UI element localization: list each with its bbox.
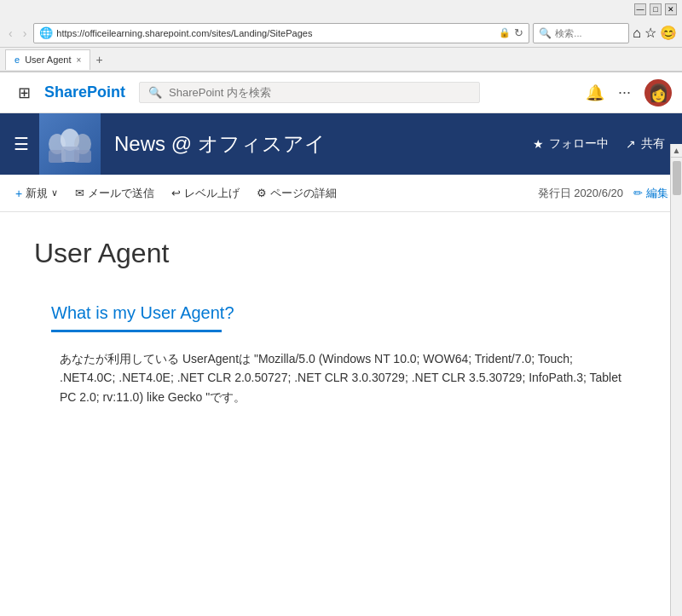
new-chevron-icon: ∨ <box>51 187 58 199</box>
minimize-button[interactable]: — <box>634 3 646 15</box>
webpart-title-underline <box>51 330 222 332</box>
person-icon[interactable]: 😊 <box>660 25 677 41</box>
page-title: User Agent <box>34 238 648 269</box>
browser-search-input[interactable] <box>555 28 623 38</box>
mail-button[interactable]: ✉ メールで送信 <box>73 182 156 204</box>
page-details-button[interactable]: ⚙ ページの詳細 <box>255 182 338 204</box>
waffle-icon[interactable]: ⊞ <box>10 79 38 107</box>
scroll-up-button[interactable]: ▲ <box>671 144 683 158</box>
mail-label: メールで送信 <box>88 186 154 201</box>
site-favicon: 🌐 <box>39 26 53 39</box>
svg-rect-5 <box>74 150 91 163</box>
site-header-actions: ★ フォロー中 ↗ 共有 <box>533 136 665 152</box>
publish-date: 発行日 2020/6/20 <box>538 186 623 201</box>
search-icon: 🔍 <box>539 27 552 39</box>
webpart-title: What is my User Agent? <box>51 303 631 323</box>
url-text: https://officeilearning.sharepoint.com/s… <box>56 28 495 38</box>
address-bar[interactable]: 🌐 https://officeilearning.sharepoint.com… <box>33 23 529 43</box>
tab-bar: e User Agent × + <box>0 48 682 72</box>
lock-icon: 🔒 <box>499 27 511 38</box>
new-tab-button[interactable]: + <box>90 53 107 66</box>
tab-close-button[interactable]: × <box>77 55 82 65</box>
nav-bar: ‹ › 🌐 https://officeilearning.sharepoint… <box>0 19 682 48</box>
webpart-body: あなたが利用している UserAgentは "Mozilla/5.0 (Wind… <box>51 349 631 406</box>
edit-icon: ✏ <box>633 187 643 199</box>
site-header: ☰ News @ オフィスアイ ★ フォロー中 ↗ 共有 <box>0 113 682 175</box>
page-content: User Agent What is my User Agent? あなたが利用… <box>0 212 682 432</box>
share-label: 共有 <box>641 136 665 152</box>
new-button[interactable]: + 新規 ∨ <box>14 182 60 204</box>
settings-icon: ⚙ <box>257 187 267 199</box>
tab-label: User Agent <box>25 55 71 65</box>
sharepoint-logo[interactable]: SharePoint <box>44 83 125 101</box>
hamburger-menu-icon[interactable]: ☰ <box>14 134 29 154</box>
title-bar: — □ ✕ <box>0 0 682 19</box>
tab-favicon: e <box>14 55 20 65</box>
star-icon: ★ <box>533 137 544 151</box>
command-bar: + 新規 ∨ ✉ メールで送信 ↩ レベル上げ ⚙ ページの詳細 発行日 202… <box>0 175 682 212</box>
window-controls[interactable]: — □ ✕ <box>634 3 677 15</box>
sp-search-bar[interactable]: 🔍 <box>139 82 480 103</box>
refresh-icon[interactable]: ↻ <box>514 26 523 39</box>
home-icon[interactable]: ⌂ <box>633 26 641 41</box>
edit-button[interactable]: ✏ 編集 <box>633 186 668 201</box>
sp-top-nav: ⊞ SharePoint 🔍 🔔 ··· 👩 <box>0 72 682 113</box>
settings-ellipsis-icon[interactable]: ··· <box>618 83 631 101</box>
browser-search-bar[interactable]: 🔍 <box>533 23 629 43</box>
command-bar-left: + 新規 ∨ ✉ メールで送信 ↩ レベル上げ ⚙ ページの詳細 <box>14 182 338 204</box>
promote-label: レベル上げ <box>184 186 240 201</box>
favorites-icon[interactable]: ☆ <box>644 25 656 41</box>
scrollbar[interactable]: ▲ ▼ <box>670 144 682 616</box>
user-avatar[interactable]: 👩 <box>644 79 672 107</box>
site-logo <box>39 113 101 175</box>
share-icon: ↗ <box>626 137 636 151</box>
browser-nav-icons: ⌂ ☆ 😊 <box>633 25 677 41</box>
maximize-button[interactable]: □ <box>650 3 662 15</box>
promote-button[interactable]: ↩ レベル上げ <box>170 182 241 204</box>
notification-bell-icon[interactable]: 🔔 <box>586 83 604 102</box>
active-tab[interactable]: e User Agent × <box>5 49 90 70</box>
close-button[interactable]: ✕ <box>665 3 677 15</box>
avatar-image: 👩 <box>648 83 669 103</box>
forward-button[interactable]: › <box>20 25 31 42</box>
sp-search-input[interactable] <box>169 86 471 99</box>
webpart: What is my User Agent? あなたが利用している UserAg… <box>51 303 631 406</box>
site-logo-image <box>44 123 95 165</box>
mail-icon: ✉ <box>75 187 84 199</box>
page-details-label: ページの詳細 <box>270 186 337 201</box>
plus-icon: + <box>15 187 22 200</box>
sp-top-right-actions: 🔔 ··· 👩 <box>586 79 672 107</box>
follow-label: フォロー中 <box>549 136 609 152</box>
site-title: News @ オフィスアイ <box>114 130 533 158</box>
edit-label: 編集 <box>646 186 668 201</box>
back-button[interactable]: ‹ <box>5 25 16 42</box>
new-label: 新規 <box>26 186 48 201</box>
sp-search-icon: 🔍 <box>148 86 162 99</box>
scroll-thumb[interactable] <box>673 161 681 195</box>
command-bar-right: 発行日 2020/6/20 ✏ 編集 <box>538 186 668 201</box>
follow-button[interactable]: ★ フォロー中 <box>533 136 609 152</box>
sharepoint-container: ⊞ SharePoint 🔍 🔔 ··· 👩 ☰ News <box>0 72 682 616</box>
promote-icon: ↩ <box>171 187 181 199</box>
share-button[interactable]: ↗ 共有 <box>626 136 665 152</box>
